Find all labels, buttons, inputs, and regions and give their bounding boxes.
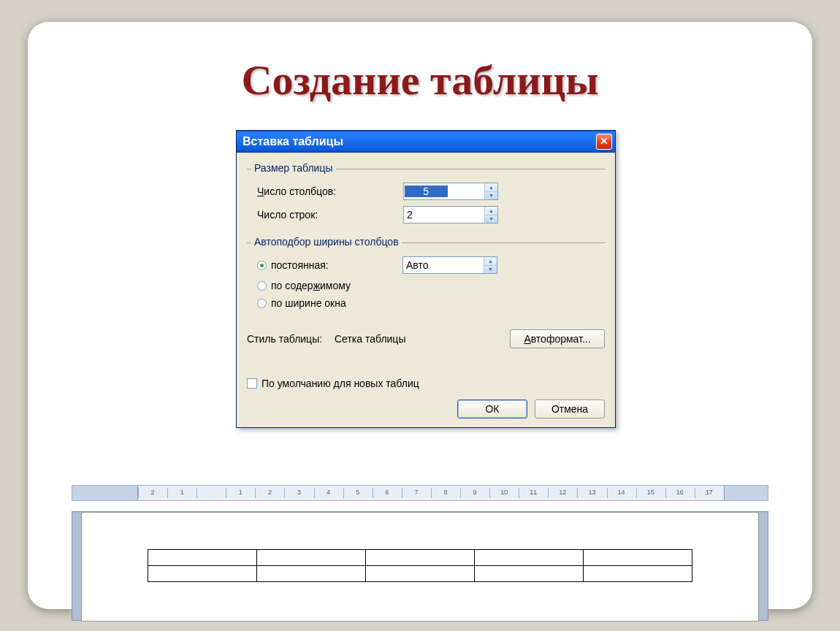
close-icon: ✕ [600, 135, 608, 147]
style-label: Стиль таблицы: [247, 333, 335, 345]
ok-button[interactable]: ОК [457, 399, 527, 418]
ruler-tick: 1 [226, 486, 255, 500]
fixed-width-combo[interactable]: Авто ▲ ▼ [402, 256, 497, 274]
rows-label: Число строк: [257, 209, 403, 221]
table-cell[interactable] [257, 550, 366, 566]
table-cell[interactable] [257, 566, 366, 582]
ruler-tick: 11 [519, 486, 548, 500]
slide-title: Создание таблицы [28, 56, 812, 104]
slide-card: Создание таблицы Вставка таблицы ✕ Разме… [28, 22, 812, 609]
rows-value[interactable]: 2 [404, 209, 484, 221]
table-cell[interactable] [584, 550, 692, 566]
fixed-width-value: Авто [403, 259, 484, 271]
ruler-tick: 8 [431, 486, 460, 500]
group-table-size-legend: Размер таблицы [251, 162, 336, 174]
table-cell[interactable] [366, 566, 475, 582]
style-value: Сетка таблицы [335, 333, 510, 345]
group-autofit-legend: Автоподбор ширины столбцов [251, 236, 402, 248]
radio-fixed-label: постоянная: [271, 259, 402, 271]
table-cell[interactable] [475, 550, 584, 566]
group-autofit: Автоподбор ширины столбцов постоянная: А… [247, 242, 605, 319]
radio-autofit-content[interactable] [257, 281, 267, 291]
document-page[interactable] [81, 512, 759, 622]
ruler-tick: 7 [402, 486, 431, 500]
columns-label: Число столбцов: [257, 186, 403, 197]
ruler-tick: 2 [138, 486, 167, 500]
ruler-right-margin [724, 486, 768, 500]
columns-spinner[interactable]: 5 ▲ ▼ [403, 183, 498, 200]
close-button[interactable]: ✕ [596, 134, 612, 150]
fixed-spin-up[interactable]: ▲ [484, 257, 497, 266]
ruler-tick: 15 [636, 486, 665, 500]
ruler-tick: 1 [167, 486, 196, 500]
radio-autofit-content-label: по содержимому [271, 280, 402, 291]
rows-spin-up[interactable]: ▲ [485, 207, 497, 215]
dialog-title: Вставка таблицы [243, 135, 343, 148]
table-cell[interactable] [475, 566, 584, 582]
table-cell[interactable] [584, 566, 692, 582]
fixed-spin-down[interactable]: ▼ [484, 266, 497, 274]
table-cell[interactable] [148, 550, 257, 566]
dialog-body: Размер таблицы Число столбцов: 5 ▲ ▼ [237, 153, 615, 427]
ruler-tick: 16 [665, 486, 695, 500]
document-background [72, 511, 768, 621]
dialog-titlebar[interactable]: Вставка таблицы ✕ [237, 131, 615, 153]
cancel-button[interactable]: Отмена [535, 399, 605, 418]
sample-table[interactable] [148, 549, 692, 582]
rows-spinner[interactable]: 2 ▲ ▼ [403, 206, 498, 223]
ruler-tick: 3 [284, 486, 313, 500]
ruler-tick: 10 [489, 486, 519, 500]
group-table-size: Размер таблицы Число столбцов: 5 ▲ ▼ [247, 169, 605, 234]
table-row[interactable] [148, 550, 692, 566]
ruler-tick: 6 [373, 486, 402, 500]
ruler-tick: 14 [607, 486, 636, 500]
ruler-tick: 9 [460, 486, 489, 500]
ruler-left-margin [72, 486, 138, 500]
insert-table-dialog: Вставка таблицы ✕ Размер таблицы Число с… [236, 130, 616, 428]
horizontal-ruler[interactable]: 211234567891011121314151617 [72, 485, 768, 501]
radio-autofit-window-label: по ширине окна [271, 297, 402, 309]
columns-value[interactable]: 5 [405, 186, 448, 197]
rows-spin-down[interactable]: ▼ [485, 215, 497, 223]
columns-spin-up[interactable]: ▲ [485, 183, 497, 192]
default-checkbox[interactable] [247, 378, 257, 389]
default-checkbox-label: По умолчанию для новых таблиц [261, 378, 419, 389]
radio-autofit-window[interactable] [257, 299, 267, 308]
table-row[interactable] [148, 566, 692, 582]
ruler-tick: 13 [577, 486, 606, 500]
radio-fixed[interactable] [257, 261, 267, 270]
table-cell[interactable] [366, 550, 475, 566]
ruler-tick: 5 [343, 486, 373, 500]
ruler-tick: 2 [255, 486, 284, 500]
table-cell[interactable] [148, 566, 257, 582]
columns-spin-down[interactable]: ▼ [485, 192, 497, 200]
document-area: 211234567891011121314151617 [72, 485, 768, 621]
ruler-tick: 4 [314, 486, 343, 500]
autoformat-button[interactable]: Автоформат... [510, 329, 605, 348]
ruler-tick: 17 [695, 486, 724, 500]
ruler-tick [196, 486, 226, 500]
ruler-tick: 12 [548, 486, 577, 500]
